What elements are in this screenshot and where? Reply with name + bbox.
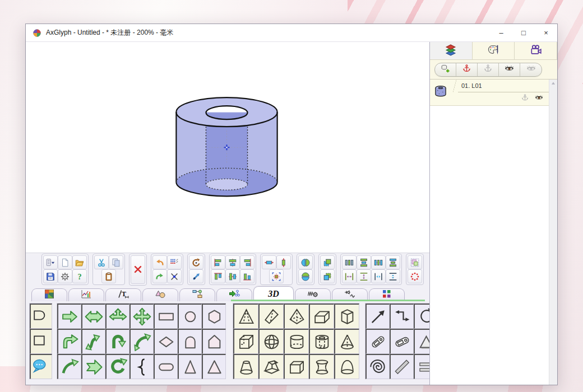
rotate-button[interactable] [189,255,203,269]
group-transform-button[interactable] [408,255,422,269]
align-right-button[interactable] [240,255,255,269]
palette-shape-triangle-button[interactable] [202,354,226,379]
align-left-button[interactable] [211,255,225,269]
palette-arrow-both-button[interactable] [81,304,105,329]
palette-shape-hexagon-button[interactable] [202,304,226,329]
palette-hyperboloid-button[interactable] [309,354,334,379]
layer-visibility-icon[interactable] [535,94,543,104]
palette-prism-vertical-button[interactable] [334,304,359,329]
palette-arrow-corner-button[interactable] [57,329,81,354]
tab-clipart[interactable] [31,288,67,301]
palette-tube-button[interactable] [309,329,334,354]
bring-forward-button[interactable] [320,255,335,269]
space-vertical-button[interactable] [357,269,371,283]
paste-button[interactable] [101,269,116,283]
palette-shape-fin-button[interactable] [178,354,202,379]
add-layer-button[interactable] [435,63,456,76]
palette-arrow-s-curve-button[interactable] [81,329,105,354]
distribute-vertical-button[interactable] [357,255,371,269]
layers-panel-tab[interactable] [430,42,473,59]
palette-quick-arc-shape-button[interactable] [30,304,52,329]
palette-pin-capsule-2-button[interactable] [390,329,414,354]
palette-shape-rect-button[interactable] [154,304,178,329]
undo-button[interactable] [152,255,167,269]
tab-line-text-dimension[interactable]: T [105,288,141,301]
palette-sphere-button[interactable] [258,329,284,354]
settings-button[interactable] [58,269,72,283]
help-button[interactable]: ? [72,269,87,283]
drawing-canvas[interactable] [26,42,429,253]
flip-horizontal-button[interactable] [298,255,313,269]
center-vertical-button[interactable] [276,255,291,269]
palette-arrow-right-button[interactable] [57,304,81,329]
style-panel-tab[interactable] [473,42,515,59]
redo-button[interactable] [152,269,167,283]
delete-button[interactable] [131,255,145,284]
send-backward-button[interactable] [320,269,335,283]
palette-prism-horizontal-button[interactable] [309,304,334,329]
palette-diagonal-arrow-button[interactable] [365,304,390,329]
minimize-button[interactable]: – [490,25,512,41]
tab-basic-shapes[interactable] [142,288,178,301]
app-menu-button[interactable] [43,255,58,269]
layer-anchor-icon[interactable] [521,94,529,104]
align-middle-button[interactable] [225,269,240,283]
distribute-horizontal-button[interactable] [342,255,357,269]
close-button[interactable]: × [535,25,557,41]
layer-item[interactable]: 01. L01 [430,80,549,106]
palette-arrow-four-way-button[interactable] [129,304,154,329]
tab-flowchart[interactable] [179,288,215,301]
palette-paraboloid-button[interactable] [334,354,359,379]
snap-grid-button[interactable] [167,255,182,269]
palette-arrow-refresh-button[interactable] [105,354,129,379]
palette-thick-line-button[interactable] [390,354,414,379]
tab-3d[interactable]: 3D [253,286,294,301]
space-horizontal-button[interactable] [342,269,357,283]
palette-arrow-three-way-button[interactable] [105,304,129,329]
title-bar[interactable]: AxGlyph - Untitled - * 未注册 - 200% - 毫米 –… [26,24,557,42]
palette-cone-button[interactable] [334,329,359,354]
tab-charts[interactable] [68,288,104,301]
maximize-button[interactable]: □ [512,25,535,41]
palette-quick-speech-bubble-button[interactable] [30,354,52,379]
center-horizontal-button[interactable] [262,255,276,269]
equal-height-button[interactable] [386,255,400,269]
min-space-vertical-button[interactable] [386,269,400,283]
hide-layer-button[interactable] [520,63,542,76]
palette-arrow-notched-button[interactable] [81,354,105,379]
palette-shape-pill-button[interactable] [154,354,178,379]
palette-pyramid-button[interactable] [233,304,258,329]
palette-curly-brace-button[interactable] [129,354,154,379]
equal-width-button[interactable] [371,255,386,269]
palette-shape-pentagon-button[interactable] [202,329,226,354]
new-file-button[interactable] [58,255,72,269]
center-page-button[interactable] [269,269,284,283]
copy-button[interactable] [109,255,123,269]
palette-tetrahedron-button[interactable] [258,304,284,329]
palette-pin-capsule-button[interactable] [365,329,390,354]
dots-array-button[interactable] [408,269,422,283]
palette-arrow-curve-button[interactable] [57,354,81,379]
palette-truncated-pyramid-button[interactable] [258,354,284,379]
palette-shape-arch-button[interactable] [178,329,202,354]
palette-quick-rect-shape-button[interactable] [30,329,52,354]
anchor-layer-button[interactable] [456,63,478,76]
align-top-button[interactable] [211,269,225,283]
palette-triangle-solid-button[interactable] [414,329,429,354]
layer-list-scrollbar[interactable] [549,80,557,385]
min-space-horizontal-button[interactable] [371,269,386,283]
rotate-free-button[interactable] [189,269,203,283]
align-bottom-button[interactable] [240,269,255,283]
palette-circular-arrow-button[interactable] [414,304,429,329]
palette-arrow-curve-double-button[interactable] [129,329,154,354]
palette-spiral-button[interactable] [365,354,390,379]
align-center-button[interactable] [225,255,240,269]
unanchor-layer-button[interactable] [478,63,499,76]
palette-cylinder-button[interactable] [284,329,309,354]
palette-double-bars-button[interactable] [414,354,429,379]
hollow-cylinder-object[interactable] [176,97,277,196]
open-folder-button[interactable] [72,255,87,269]
show-layer-button[interactable] [499,63,520,76]
flip-vertical-button[interactable] [298,269,313,283]
save-button[interactable] [43,269,58,283]
